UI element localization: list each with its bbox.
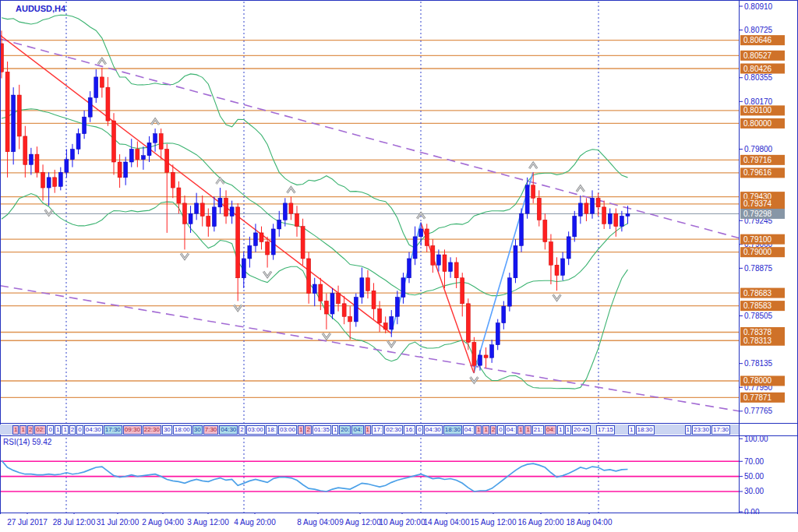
object-time-tag[interactable]: 0 (497, 425, 503, 435)
object-time-tag[interactable]: 04:30 (84, 425, 103, 435)
level-price-label: 0.80100 (743, 106, 772, 115)
object-time-tag[interactable]: 7:30 (203, 425, 219, 435)
level-price-label: 0.78000 (743, 376, 772, 385)
object-time-tag[interactable]: 30 (192, 425, 203, 435)
fractal-up-arrow-icon (577, 186, 584, 192)
object-time-tag[interactable]: 18:00 (173, 425, 192, 435)
object-time-tag[interactable]: 17:30 (104, 425, 122, 435)
candle-body (159, 134, 163, 150)
uptrend-line[interactable] (474, 172, 533, 373)
object-time-tag[interactable]: 04: (351, 425, 363, 435)
candle-body (29, 154, 33, 164)
object-time-tag[interactable]: 1 (524, 425, 531, 435)
object-time-tag[interactable]: 20: (339, 425, 351, 435)
rsi-panel (0, 460, 739, 491)
object-time-tag[interactable]: 30 (162, 425, 172, 435)
object-time-tag[interactable]: 02:30 (384, 425, 403, 435)
candle-body (289, 203, 293, 213)
candle-body (154, 134, 157, 143)
candle-body (177, 188, 181, 203)
object-time-tag[interactable]: 18:30 (636, 425, 655, 435)
candle-body (35, 154, 39, 172)
object-time-tag[interactable]: 04: (463, 425, 475, 435)
price-tick-label: 0.78875 (744, 264, 773, 273)
fractal-up-arrow-icon (529, 163, 537, 168)
candle-body (112, 121, 116, 162)
object-time-tag[interactable]: 1 (482, 425, 489, 435)
candle-body (324, 301, 328, 315)
fractal-down-arrow-icon (323, 333, 330, 339)
object-time-tag[interactable]: 03:00 (278, 425, 297, 435)
candle-body (578, 203, 582, 217)
object-time-tag[interactable]: 2 (27, 425, 34, 435)
object-time-tag[interactable]: 18:30 (443, 425, 462, 435)
object-time-tag[interactable]: 16: (404, 425, 415, 435)
candle-body (83, 117, 87, 133)
candle-body (383, 323, 387, 329)
object-tag-bar[interactable]: 11202:0112004:3017:3009:3022:303018:0030… (0, 425, 739, 435)
object-time-tag[interactable]: 04:30 (424, 425, 443, 435)
object-time-tag[interactable]: 21: (532, 425, 544, 435)
object-time-tag[interactable]: 03:00 (246, 425, 265, 435)
candle-body (626, 213, 630, 216)
object-time-tag[interactable]: 1 (55, 425, 61, 435)
object-time-tag[interactable]: 0 (76, 425, 83, 435)
candle-body (53, 178, 57, 187)
object-time-tag[interactable]: 1 (19, 425, 26, 435)
object-time-tag[interactable]: 2 (490, 425, 496, 435)
price-tick-label: 0.78135 (744, 359, 773, 368)
object-time-tag[interactable]: 04:30 (219, 425, 238, 435)
object-time-tag[interactable]: 17:15 (596, 425, 615, 435)
object-time-tag[interactable]: 1 (298, 425, 304, 435)
candle-body (136, 149, 139, 159)
candle-body (253, 233, 257, 246)
candle-body (41, 172, 45, 188)
object-time-tag[interactable]: 1 (685, 425, 691, 435)
object-time-tag[interactable]: 20:45 (572, 425, 591, 435)
candle-body (100, 77, 104, 87)
object-time-tag[interactable]: 09:30 (123, 425, 142, 435)
object-time-tag[interactable]: 01:35 (312, 425, 331, 435)
level-price-label: 0.79716 (743, 156, 772, 164)
object-time-tag[interactable]: 17: (372, 425, 383, 435)
object-time-tag[interactable]: 1 (62, 425, 68, 435)
object-time-tag[interactable]: 04: (545, 425, 556, 435)
candle-body (5, 72, 9, 151)
candle-body (431, 245, 435, 265)
object-time-tag[interactable]: 1 (557, 425, 563, 435)
object-time-tag[interactable]: 1 (565, 425, 571, 435)
object-time-tag[interactable]: 2 (69, 425, 76, 435)
object-time-tag[interactable]: 1 (12, 425, 19, 435)
price-chart-canvas[interactable]: 0.809100.807250.803550.801700.798000.792… (0, 0, 798, 532)
level-price-label: 0.78313 (743, 336, 772, 345)
object-time-tag[interactable]: 1 (332, 425, 338, 435)
time-axis-label: 2 Aug 04:00 (142, 518, 183, 527)
object-time-tag[interactable]: 0 (416, 425, 422, 435)
object-time-tag[interactable]: 1 (365, 425, 371, 435)
time-axis[interactable]: 27 Jul 201728 Jul 12:0031 Jul 20:002 Aug… (0, 514, 798, 532)
candle-body (596, 198, 600, 207)
price-tick-label: 0.80725 (744, 26, 773, 34)
candle-body (106, 87, 110, 121)
object-time-tag[interactable]: 1 (628, 425, 634, 435)
object-time-tag[interactable]: 04: (505, 425, 517, 435)
window-border (1, 1, 798, 532)
price-axis[interactable]: 0.809100.807250.803550.801700.798000.792… (739, 2, 785, 516)
object-time-tag[interactable]: 23:30 (692, 425, 711, 435)
object-time-tag[interactable]: 1 (517, 425, 524, 435)
candle-body (200, 203, 204, 217)
time-axis-label: 28 Jul 12:00 (53, 518, 96, 527)
object-time-tag[interactable]: 17:30 (711, 425, 730, 435)
object-time-tag[interactable]: 22:30 (143, 425, 161, 435)
object-time-tag[interactable]: 1 (475, 425, 482, 435)
price-tick-label: 0.80170 (744, 97, 773, 106)
object-time-tag[interactable]: 2 (238, 425, 245, 435)
object-time-tag[interactable]: 18: (266, 425, 277, 435)
candle-body (537, 198, 541, 220)
candle-body (124, 162, 128, 178)
object-time-tag[interactable]: 02: (34, 425, 46, 435)
object-time-tag[interactable]: 2 (305, 425, 311, 435)
object-time-tag[interactable]: 0 (47, 425, 53, 435)
channel-trendline[interactable] (0, 286, 739, 411)
candle-body (614, 213, 618, 227)
